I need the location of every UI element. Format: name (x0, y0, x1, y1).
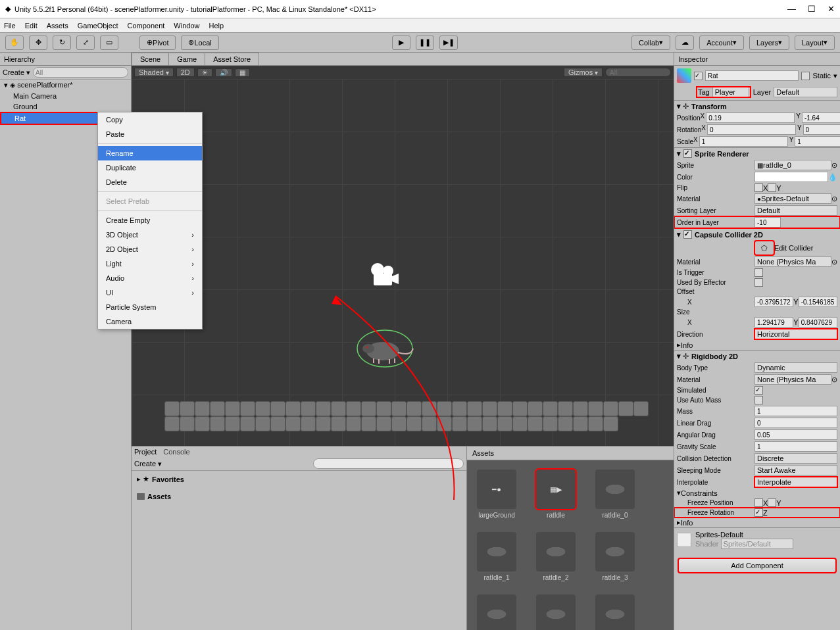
asset-ratidle-5[interactable]: ratIdle_5 (533, 594, 579, 630)
cm-camera[interactable]: Camera (98, 314, 202, 329)
2d-toggle[interactable]: 2D (176, 68, 195, 77)
cm-rename[interactable]: Rename (98, 146, 202, 160)
angulardrag-field[interactable] (754, 429, 837, 440)
rotate-tool[interactable]: ↻ (53, 36, 71, 50)
cm-paste[interactable]: Paste (98, 127, 202, 141)
simulated-checkbox[interactable] (754, 386, 763, 395)
cloud-button[interactable]: ☁ (676, 36, 694, 50)
local-toggle[interactable]: ⊗ Local (181, 36, 218, 50)
capsule-header[interactable]: Capsule Collider 2D (695, 231, 763, 239)
material-field[interactable]: ●Sprites-Default (754, 193, 831, 204)
move-tool[interactable]: ✥ (29, 36, 47, 50)
cm-copy[interactable]: Copy (98, 112, 202, 127)
asset-largeground[interactable]: ━●largeGround (474, 470, 520, 519)
rect-tool[interactable]: ▭ (100, 36, 118, 50)
scale-y[interactable] (795, 136, 840, 147)
menu-gameobject[interactable]: GameObject (78, 22, 118, 30)
light-toggle[interactable]: ☀ (197, 68, 212, 77)
object-name-field[interactable] (705, 70, 799, 81)
collider-material[interactable]: None (Physics Ma (754, 256, 831, 267)
shaded-dropdown[interactable]: Shaded ▾ (134, 68, 174, 77)
minimize-button[interactable]: — (787, 4, 796, 14)
assets-folder[interactable]: Assets (134, 491, 464, 502)
menu-window[interactable]: Window (174, 22, 199, 30)
rb-material[interactable]: None (Physics Ma (754, 374, 831, 385)
cm-ui[interactable]: UI (98, 285, 202, 300)
account-dropdown[interactable]: Account ▾ (699, 36, 744, 50)
mass-field[interactable] (754, 406, 837, 416)
cm-createempty[interactable]: Create Empty (98, 213, 202, 228)
project-tab[interactable]: Project (134, 448, 157, 456)
asset-ratidle-3[interactable]: ratIdle_3 (592, 532, 638, 581)
active-checkbox[interactable] (694, 72, 703, 80)
offset-y[interactable] (799, 297, 837, 307)
play-button[interactable]: ▶ (392, 36, 410, 50)
camera-gizmo-icon[interactable] (368, 263, 401, 292)
gravity-field[interactable] (754, 441, 837, 452)
cm-3dobject[interactable]: 3D Object (98, 228, 202, 242)
inspector-tab[interactable]: Inspector (678, 55, 708, 63)
position-x[interactable] (706, 112, 795, 123)
project-create[interactable]: Create ▾ (134, 460, 162, 468)
sprite-field[interactable]: ▦ratIdle_0 (754, 160, 831, 170)
constraints-label[interactable]: Constraints (681, 489, 718, 497)
transform-header[interactable]: Transform (691, 103, 727, 110)
step-button[interactable]: ▶❚ (439, 36, 458, 50)
assetstore-tab[interactable]: Asset Store (205, 53, 259, 65)
scene-viewport[interactable] (132, 79, 674, 446)
pivot-toggle[interactable]: ⊕ Pivot (139, 36, 176, 50)
scene-search[interactable] (605, 68, 671, 77)
create-dropdown[interactable]: Create ▾ (3, 68, 30, 77)
fx-toggle[interactable]: ▦ (235, 68, 250, 77)
asset-ratidle-2[interactable]: ratIdle_2 (533, 532, 579, 581)
edit-collider-button[interactable]: ⬠ (754, 241, 774, 255)
asset-ratidle-1[interactable]: ratIdle_1 (474, 532, 520, 581)
size-x[interactable] (754, 317, 793, 327)
close-button[interactable]: ✕ (828, 4, 835, 14)
hierarchy-item-ground[interactable]: Ground (0, 101, 131, 112)
collab-dropdown[interactable]: Collab ▾ (631, 36, 670, 50)
static-checkbox[interactable] (801, 72, 810, 80)
tag-dropdown[interactable]: Player (712, 87, 749, 97)
audio-toggle[interactable]: 🔊 (215, 68, 232, 77)
project-search[interactable] (313, 458, 464, 469)
asset-ratidle-0[interactable]: ratIdle_0 (592, 470, 638, 519)
freeze-pos-y[interactable] (768, 498, 776, 507)
sortinglayer-dropdown[interactable]: Default (754, 205, 837, 216)
freeze-rot-z[interactable] (754, 508, 763, 517)
layout-dropdown[interactable]: Layout ▾ (795, 36, 835, 50)
scene-root[interactable]: ▾ ◈ scenePlatformer* (0, 80, 131, 91)
cm-2dobject[interactable]: 2D Object (98, 242, 202, 256)
console-tab[interactable]: Console (163, 448, 189, 456)
color-field[interactable] (754, 172, 828, 182)
rigidbody-header[interactable]: Rigidbody 2D (691, 352, 738, 360)
rb-info[interactable]: Info (681, 519, 693, 527)
position-y[interactable] (802, 112, 840, 123)
cc-enable[interactable] (683, 230, 692, 239)
layer-dropdown[interactable]: Default (774, 87, 837, 97)
offset-x[interactable] (754, 297, 793, 307)
cm-duplicate[interactable]: Duplicate (98, 160, 202, 175)
automass-checkbox[interactable] (754, 396, 763, 404)
rotation-x[interactable] (707, 124, 796, 135)
collision-dropdown[interactable]: Discrete (754, 453, 837, 464)
hierarchy-tab[interactable]: Hierarchy (4, 55, 35, 63)
layers-dropdown[interactable]: Layers ▾ (749, 36, 789, 50)
gizmos-dropdown[interactable]: Gizmos ▾ (564, 68, 603, 77)
menu-component[interactable]: Component (127, 22, 164, 30)
shader-dropdown[interactable]: Sprites/Default (721, 539, 793, 549)
flip-y[interactable] (768, 183, 776, 192)
maximize-button[interactable]: ☐ (808, 4, 816, 14)
menu-assets[interactable]: Assets (47, 22, 68, 30)
freeze-pos-x[interactable] (754, 498, 763, 507)
sleep-dropdown[interactable]: Start Awake (754, 465, 837, 475)
spriterenderer-header[interactable]: Sprite Renderer (695, 150, 749, 158)
interpolate-dropdown[interactable]: Interpolate (754, 477, 837, 487)
cm-particlesystem[interactable]: Particle System (98, 300, 202, 314)
pause-button[interactable]: ❚❚ (416, 36, 434, 50)
scene-tab[interactable]: Scene (132, 53, 169, 65)
asset-ratidle[interactable]: ▦▶ratIdle (533, 470, 579, 519)
game-tab[interactable]: Game (168, 53, 205, 65)
orderinlayer-field[interactable] (754, 217, 781, 228)
menu-edit[interactable]: Edit (25, 22, 37, 30)
